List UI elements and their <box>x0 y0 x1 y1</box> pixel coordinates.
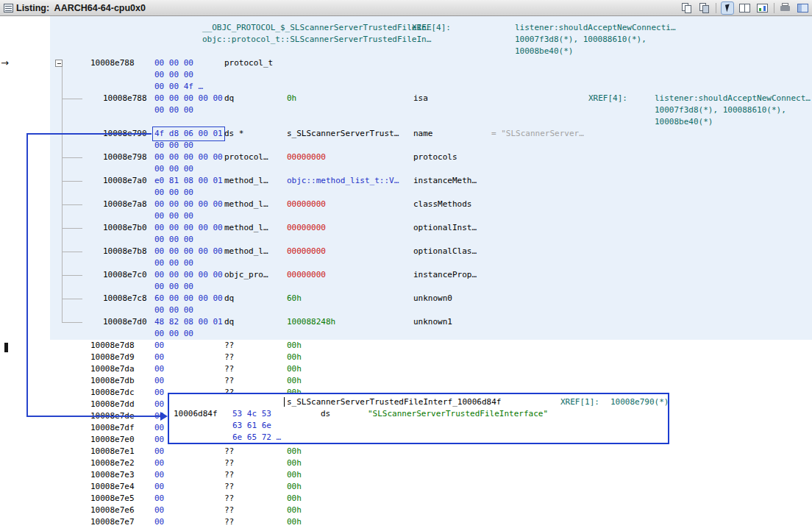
collapse-toggle-icon[interactable] <box>55 60 63 67</box>
listing-window: Listing: AARCH64-64-cpu0x0 → __OBJC_PROT… <box>0 0 812 531</box>
member-type: ds * <box>224 129 244 139</box>
undefined-row[interactable]: 10008e7e200??00h <box>0 457 812 469</box>
undefined-row[interactable]: 10008e7e500??00h <box>0 493 812 505</box>
string-label-row[interactable]: s_SLScannerServerTrustedFileInterf_10006… <box>169 396 668 408</box>
member-bytes-cont: 00 00 00 <box>154 211 193 221</box>
member-value[interactable]: 00000000 <box>287 246 326 257</box>
member-name[interactable]: classMethods <box>413 199 471 210</box>
undefined-row[interactable]: 10008e7d800??00h <box>0 340 812 352</box>
symbol-header-row[interactable]: __OBJC_PROTOCOL_$_SLScannerServerTrusted… <box>0 22 812 34</box>
member-value[interactable]: 100088248h <box>287 317 335 327</box>
symbol-type-row[interactable]: objc::protocol_t::SLScannerServerTrusted… <box>0 34 812 46</box>
member-bytes-cont: 00 00 00 <box>154 235 193 245</box>
member-value[interactable]: 00000000 <box>287 270 326 280</box>
member-bytes-cont: 00 00 00 <box>154 258 193 268</box>
member-type: dq <box>224 93 234 104</box>
member-row-isa[interactable]: 10008e78800 00 00 00 00dq0hisaXREF[4]:li… <box>0 93 812 104</box>
xref-target[interactable]: 10007f3d8(*), 100088610(*), <box>655 105 786 115</box>
member-value[interactable]: 0h <box>287 93 296 104</box>
undefined-row[interactable]: 10008e7e300??00h <box>0 469 812 481</box>
protocol-type-label[interactable]: objc::protocol_t::SLScannerServerTrusted… <box>202 35 431 45</box>
copy-icon[interactable] <box>680 1 694 15</box>
xref-target[interactable]: listener:shouldAcceptNewConnecti… <box>515 23 676 33</box>
member-bytes-row: 00 00 00 <box>0 140 812 152</box>
member-value[interactable]: 60h <box>287 293 302 304</box>
member-name[interactable]: isa <box>413 93 428 104</box>
panel-icon[interactable] <box>797 1 810 15</box>
struct-bytes: 00 00 4f … <box>154 82 203 92</box>
row-value: 00h <box>287 352 302 363</box>
member-name[interactable]: instanceProp… <box>413 270 477 280</box>
toolbar-separator <box>774 3 774 13</box>
xref-target[interactable]: 10008e790(*) <box>610 397 669 407</box>
string-data-row[interactable]: 10006d84f 53 4c 53 ds "SLScannerServerTr… <box>169 408 668 420</box>
xref-label: XREF[1]: <box>560 397 599 407</box>
analysis-chart-icon[interactable] <box>756 1 769 15</box>
member-row-protocols[interactable]: 10008e79800 00 00 00 00protocol…00000000… <box>0 152 812 163</box>
member-type: dq <box>224 293 234 304</box>
member-bytes: e0 81 08 00 01 <box>154 176 223 186</box>
xref-target[interactable]: 10007f3d8(*), 100088610(*), <box>515 35 647 45</box>
duplicate-icon[interactable] <box>698 1 711 15</box>
member-row-unknown1[interactable]: 10008e7d048 82 08 00 01dq100088248hunkno… <box>0 316 812 328</box>
protocol-symbol[interactable]: __OBJC_PROTOCOL_$_SLScannerServerTrusted… <box>202 23 431 33</box>
member-value[interactable]: 00000000 <box>287 152 326 163</box>
string-bytes-row: 63 61 6e <box>169 420 668 432</box>
row-byte: 00 <box>154 376 164 386</box>
member-value[interactable]: 00000000 <box>287 199 326 210</box>
struct-bytes-row: 00 00 4f … <box>0 81 812 93</box>
row-value: 00h <box>287 458 302 468</box>
undefined-row[interactable]: 10008e7da00??00h <box>0 363 812 375</box>
member-name[interactable]: protocols <box>413 152 457 163</box>
xref-target[interactable]: 10008be40(*) <box>515 46 573 57</box>
undefined-row[interactable]: 10008e7d900??00h <box>0 352 812 363</box>
row-opcode: ?? <box>224 493 234 504</box>
undefined-row[interactable]: 10008e7e100??00h <box>0 446 812 457</box>
member-name[interactable]: unknown1 <box>413 317 452 327</box>
xref-row: 10008be40(*) <box>0 116 812 128</box>
struct-row[interactable]: 10008e788 00 00 00 protocol_t <box>0 57 812 69</box>
member-bytes-cont: 00 00 00 <box>154 188 193 198</box>
selected-bytes[interactable]: 4f d8 06 00 01 <box>154 129 223 139</box>
member-address: 10008e7c8 <box>103 293 147 304</box>
xref-arrow-segment <box>26 133 28 417</box>
member-name[interactable]: name <box>413 129 433 139</box>
member-row-classMethods[interactable]: 10008e7a800 00 00 00 00method_l…00000000… <box>0 199 812 210</box>
string-bytes: 63 61 6e <box>232 421 271 431</box>
member-row-unknown0[interactable]: 10008e7c860 00 00 00 00dq60hunknown0 <box>0 293 812 304</box>
member-row-optionalInst…[interactable]: 10008e7b000 00 00 00 00method_l…00000000… <box>0 222 812 234</box>
member-bytes-cont: 00 00 00 <box>154 140 193 151</box>
member-value[interactable]: s_SLScannerServerTrust… <box>287 129 399 139</box>
row-value: 00h <box>287 376 302 386</box>
member-name[interactable]: unknown0 <box>413 293 452 304</box>
member-name[interactable]: optionalInst… <box>413 223 477 233</box>
member-row-instanceMeth…[interactable]: 10008e7a0e0 81 08 00 01method_l…objc::me… <box>0 175 812 187</box>
member-row-optionalClas…[interactable]: 10008e7b800 00 00 00 00method_l…00000000… <box>0 246 812 257</box>
member-name[interactable]: instanceMeth… <box>413 176 477 186</box>
undefined-row[interactable]: 10008e7e600??00h <box>0 505 812 516</box>
row-byte: 00 <box>154 505 164 516</box>
row-value: 00h <box>287 517 302 527</box>
cursor-mode-icon[interactable] <box>721 1 734 15</box>
undefined-row[interactable]: 10008e7e700??00h <box>0 516 812 528</box>
xref-target[interactable]: 10008be40(*) <box>655 117 713 127</box>
row-byte: 00 <box>154 352 164 363</box>
member-bytes-cont: 00 00 00 <box>154 329 193 339</box>
member-bytes: 00 00 00 00 00 <box>154 93 223 104</box>
xref-target[interactable]: listener:shouldAcceptNewConnect… <box>655 93 811 104</box>
member-type: objc_pro… <box>224 270 268 280</box>
string-value[interactable]: "SLScannerServerTrustedFileInterface" <box>368 409 548 419</box>
row-byte: 00 <box>154 364 164 374</box>
member-bytes-row: 00 00 00 <box>0 234 812 246</box>
print-icon[interactable] <box>779 1 792 15</box>
member-value[interactable]: 00000000 <box>287 223 326 233</box>
undefined-row[interactable]: 10008e7e400??00h <box>0 481 812 493</box>
member-type: protocol… <box>224 152 268 163</box>
member-name[interactable]: optionalClas… <box>413 246 477 257</box>
member-row-instanceProp…[interactable]: 10008e7c000 00 00 00 00objc_pro…00000000… <box>0 269 812 281</box>
member-value[interactable]: objc::method_list_t::V… <box>287 176 399 186</box>
undefined-row[interactable]: 10008e7db00??00h <box>0 375 812 387</box>
listing-content[interactable]: __OBJC_PROTOCOL_$_SLScannerServerTrusted… <box>0 16 812 531</box>
string-label[interactable]: s_SLScannerServerTrustedFileInterf_10006… <box>287 397 501 407</box>
split-view-icon[interactable] <box>738 1 752 15</box>
